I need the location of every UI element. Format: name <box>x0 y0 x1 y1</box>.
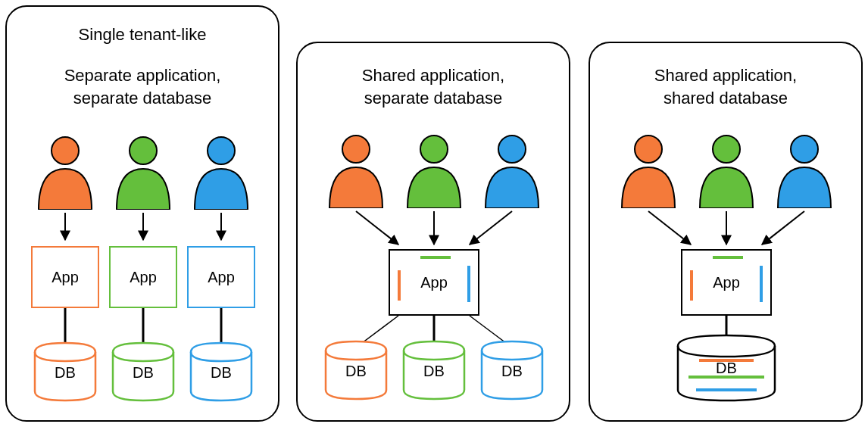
svg-line-21 <box>648 211 691 245</box>
app-box: App <box>681 249 772 316</box>
app-label: App <box>52 269 79 286</box>
database-icon: DB <box>187 341 255 402</box>
database-icon: DB <box>478 340 546 401</box>
db-label: DB <box>109 364 177 382</box>
tenant-marker <box>699 359 754 362</box>
db-label: DB <box>673 360 779 377</box>
db-label: DB <box>187 364 255 382</box>
app-label: App <box>420 274 448 291</box>
panel-separate-app-separate-db: Single tenant-like Separate application,… <box>5 5 279 422</box>
tenant-marker <box>467 266 470 302</box>
tenant-marker <box>688 376 764 379</box>
tenant-marker <box>696 388 757 391</box>
tenant-marker <box>690 270 693 301</box>
diagram: Single tenant-like Separate application,… <box>0 0 868 427</box>
db-label: DB <box>322 363 390 380</box>
svg-line-14 <box>470 211 512 245</box>
tenant-marker <box>398 270 401 301</box>
database-icon: DB <box>673 334 779 402</box>
tenant-marker <box>713 256 743 259</box>
db-label: DB <box>400 363 468 380</box>
tenant-marker <box>420 256 451 259</box>
app-box: App <box>109 246 177 308</box>
app-label: App <box>208 269 235 286</box>
database-icon: DB <box>400 340 468 401</box>
database-icon: DB <box>322 340 390 401</box>
svg-line-12 <box>356 211 398 245</box>
panel-shared-app-separate-db: Shared application, separate database Ap… <box>296 42 570 422</box>
db-label: DB <box>31 364 99 382</box>
database-icon: DB <box>109 341 177 402</box>
panel-shared-app-shared-db: Shared application, shared database App … <box>589 42 863 422</box>
svg-line-23 <box>762 211 804 245</box>
database-icon: DB <box>31 341 99 402</box>
app-box: App <box>31 246 99 308</box>
tenant-marker <box>760 266 763 302</box>
app-box: App <box>187 246 255 308</box>
app-box: App <box>389 249 479 316</box>
app-label: App <box>713 274 740 291</box>
db-label: DB <box>478 363 546 380</box>
app-label: App <box>130 269 157 286</box>
